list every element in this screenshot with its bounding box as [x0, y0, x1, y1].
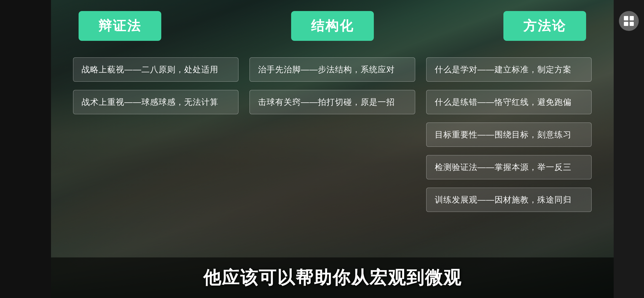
content-container: 辩证法 结构化 方法论 战略上藐视——二八原则，处处适用 战术上重视——球感球感… [51, 0, 614, 298]
col1-card-1: 战略上藐视——二八原则，处处适用 [73, 57, 238, 82]
col1-header-btn[interactable]: 辩证法 [79, 11, 161, 41]
menu-button[interactable] [619, 11, 639, 31]
col3-card-3: 目标重要性——围绕目标，刻意练习 [426, 123, 592, 147]
left-strip [0, 0, 51, 298]
col3-card-5: 训练发展观——因材施教，殊途同归 [426, 188, 592, 212]
header-row: 辩证法 结构化 方法论 [68, 11, 597, 41]
grid-cell-3 [624, 22, 628, 26]
col3-header-btn[interactable]: 方法论 [503, 11, 586, 41]
grid-cell-4 [630, 22, 634, 26]
col2-header-btn[interactable]: 结构化 [291, 11, 374, 41]
subtitle-text: 他应该可以帮助你从宏观到微观 [203, 268, 462, 288]
right-sidebar [614, 0, 644, 298]
col3-card-1: 什么是学对——建立标准，制定方案 [426, 57, 592, 82]
grid-icon [624, 16, 634, 26]
col1-card-2: 战术上重视——球感球感，无法计算 [73, 90, 238, 114]
grid-cell-1 [624, 16, 628, 20]
grid-cell-2 [630, 16, 634, 20]
col2-card-1: 治手先治脚——步法结构，系统应对 [249, 57, 415, 82]
subtitle-bar: 他应该可以帮助你从宏观到微观 [51, 257, 614, 298]
screen: 辩证法 结构化 方法论 战略上藐视——二八原则，处处适用 战术上重视——球感球感… [0, 0, 644, 298]
col3-card-4: 检测验证法——掌握本源，举一反三 [426, 155, 592, 179]
main-area: 辩证法 结构化 方法论 战略上藐视——二八原则，处处适用 战术上重视——球感球感… [51, 0, 614, 298]
col3-card-2: 什么是练错——恪守红线，避免跑偏 [426, 90, 592, 114]
col2-card-2: 击球有关窍——拍打切碰，原是一招 [249, 90, 415, 114]
